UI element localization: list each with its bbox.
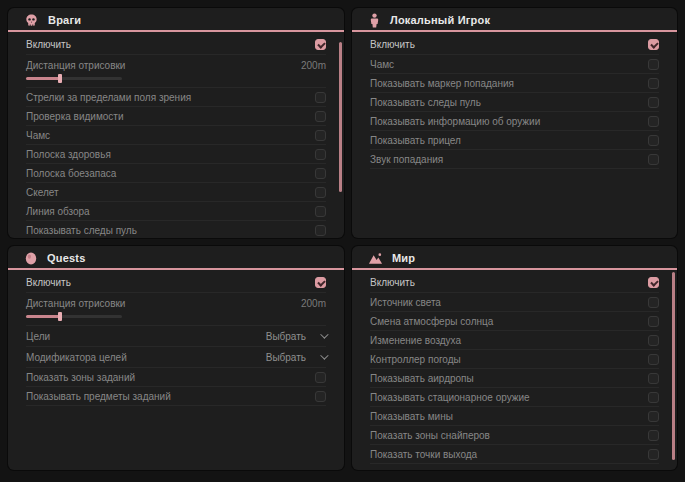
panel-local-player: Локальный Игрок Включить Чамс Показывать… [352, 8, 677, 238]
dropdown-value: Выбрать [266, 352, 306, 363]
enemies-scrollbar[interactable] [339, 42, 342, 192]
enable-label: Включить [26, 39, 71, 50]
enemies-item-row[interactable]: Скелет [26, 183, 326, 202]
quests-item-row[interactable]: Показывать предметы заданий [26, 387, 326, 406]
item-label: Проверка видимости [26, 111, 124, 122]
world-enable-row[interactable]: Включить [370, 272, 659, 293]
enable-label: Включить [370, 39, 415, 50]
world-item-row[interactable]: Показывать стационарное оружие [370, 388, 659, 407]
local-player-item-row[interactable]: Показывать прицел [370, 131, 659, 150]
checkbox[interactable] [648, 135, 659, 146]
dropdown-label: Цели [26, 331, 50, 342]
world-enable-checkbox[interactable] [648, 277, 659, 288]
checkbox[interactable] [315, 111, 326, 122]
quests-item-row[interactable]: Показать зоны заданий [26, 368, 326, 387]
slider-thumb[interactable] [58, 74, 62, 83]
world-item-row[interactable]: Показывать мины [370, 407, 659, 426]
local-player-item-row[interactable]: Звук попадания [370, 150, 659, 169]
checkbox[interactable] [648, 97, 659, 108]
quests-targets-dropdown-row[interactable]: Цели Выбрать [26, 326, 326, 347]
item-label: Показать зоны заданий [26, 372, 135, 383]
world-item-row[interactable]: Показать зоны снайперов [370, 426, 659, 445]
world-item-row[interactable]: Источник света [370, 293, 659, 312]
targets-dropdown[interactable]: Выбрать [266, 331, 326, 342]
panel-title-world: Мир [392, 252, 415, 264]
panel-title-enemies: Враги [48, 14, 81, 26]
enemies-item-row[interactable]: Полоска здоровья [26, 145, 326, 164]
checkbox[interactable] [315, 187, 326, 198]
checkbox[interactable] [315, 92, 326, 103]
local-player-enable-row[interactable]: Включить [370, 34, 659, 55]
checkbox[interactable] [648, 297, 659, 308]
dropdown-value: Выбрать [266, 331, 306, 342]
checkbox[interactable] [315, 372, 326, 383]
target-modifiers-dropdown[interactable]: Выбрать [266, 352, 326, 363]
panel-enemies-body: Включить Дистанция отрисовки 200m Стрелк… [8, 32, 344, 238]
world-item-row[interactable]: Контроллер погоды [370, 350, 659, 369]
local-player-item-row[interactable]: Показывать маркер попадания [370, 74, 659, 93]
dropdown-label: Модификатора целей [26, 352, 127, 363]
checkbox[interactable] [648, 116, 659, 127]
mountain-icon [368, 252, 383, 265]
item-label: Контроллер погоды [370, 354, 461, 365]
quests-target-modifiers-dropdown-row[interactable]: Модификатора целей Выбрать [26, 347, 326, 368]
world-item-row[interactable]: Смена атмосферы солнца [370, 312, 659, 331]
local-player-item-row[interactable]: Показывать информацию об оружии [370, 112, 659, 131]
checkbox[interactable] [648, 449, 659, 460]
enemies-item-row[interactable]: Показывать следы пуль [26, 221, 326, 238]
slider-fill [26, 77, 60, 80]
slider-track [26, 77, 122, 80]
checkbox[interactable] [648, 335, 659, 346]
quests-render-distance-slider[interactable] [26, 312, 122, 321]
checkbox[interactable] [648, 411, 659, 422]
panel-title-local-player: Локальный Игрок [390, 14, 490, 26]
checkbox[interactable] [315, 168, 326, 179]
enemies-render-distance-slider[interactable] [26, 74, 122, 83]
enemies-enable-checkbox[interactable] [315, 39, 326, 50]
item-label: Показывать прицел [370, 135, 461, 146]
slider-fill [26, 315, 60, 318]
enemies-item-row[interactable]: Линия обзора [26, 202, 326, 221]
panel-quests: Quests Включить Дистанция отрисовки 200m… [8, 246, 344, 470]
item-label: Показывать предметы заданий [26, 391, 171, 402]
world-item-row[interactable]: Показать точки выхода [370, 445, 659, 464]
skull-icon [24, 13, 39, 28]
enemies-item-row[interactable]: Чамс [26, 126, 326, 145]
local-player-item-row[interactable]: Показывать следы пуль [370, 93, 659, 112]
checkbox[interactable] [315, 206, 326, 217]
local-player-item-row[interactable]: Чамс [370, 55, 659, 74]
item-label: Показывать следы пуль [370, 97, 481, 108]
chevron-down-icon [320, 351, 328, 359]
checkbox[interactable] [315, 130, 326, 141]
item-label: Показывать информацию об оружии [370, 116, 540, 127]
quests-enable-row[interactable]: Включить [26, 272, 326, 293]
enable-label: Включить [26, 277, 71, 288]
checkbox[interactable] [648, 354, 659, 365]
checkbox[interactable] [648, 373, 659, 384]
slider-thumb[interactable] [58, 312, 62, 321]
enemies-item-row[interactable]: Полоска боезапаса [26, 164, 326, 183]
slider-value: 200m [301, 298, 326, 309]
world-scrollbar[interactable] [672, 272, 675, 460]
checkbox[interactable] [315, 225, 326, 236]
checkbox[interactable] [648, 59, 659, 70]
enemies-enable-row[interactable]: Включить [26, 34, 326, 55]
item-label: Чамс [26, 130, 50, 141]
checkbox[interactable] [648, 430, 659, 441]
enemies-item-row[interactable]: Стрелки за пределами поля зрения [26, 88, 326, 107]
quests-enable-checkbox[interactable] [315, 277, 326, 288]
slider-track [26, 315, 122, 318]
world-item-row[interactable]: Показывать аирдропы [370, 369, 659, 388]
checkbox[interactable] [315, 149, 326, 160]
local-player-enable-checkbox[interactable] [648, 39, 659, 50]
checkbox[interactable] [315, 391, 326, 402]
checkbox[interactable] [648, 392, 659, 403]
checkbox[interactable] [648, 154, 659, 165]
item-label: Полоска боезапаса [26, 168, 116, 179]
checkbox[interactable] [648, 78, 659, 89]
world-item-row[interactable]: Изменение воздуха [370, 331, 659, 350]
enemies-item-row[interactable]: Проверка видимости [26, 107, 326, 126]
panel-quests-body: Включить Дистанция отрисовки 200m Цели В… [8, 270, 344, 406]
item-label: Линия обзора [26, 206, 90, 217]
checkbox[interactable] [648, 316, 659, 327]
